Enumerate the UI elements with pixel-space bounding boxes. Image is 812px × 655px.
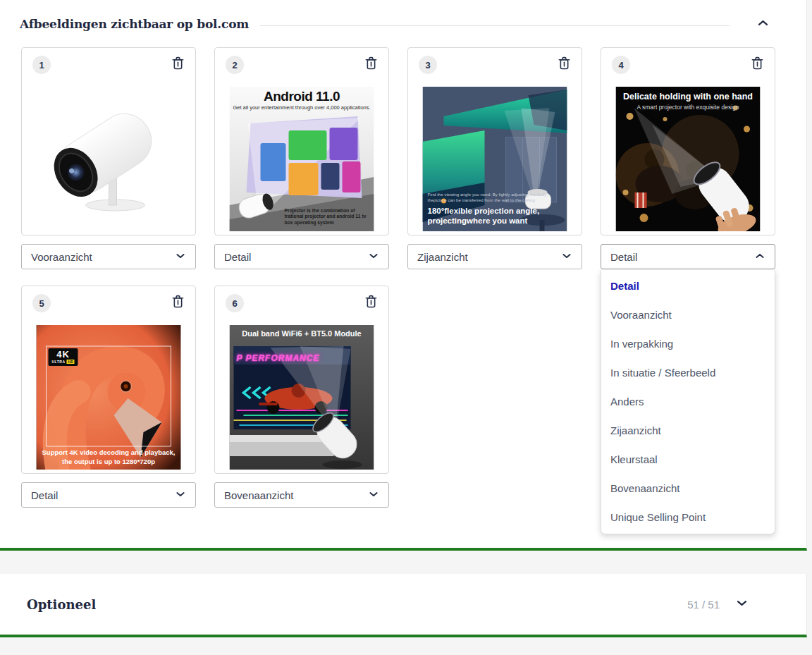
optional-section-right: 51 / 51 bbox=[687, 595, 750, 613]
image-cell-4: 4 bbox=[601, 47, 775, 269]
image-headline: 180°flexible projection angle, projectin… bbox=[428, 207, 540, 226]
product-image-android-detail: Android 11.0 Get all your entertainment … bbox=[230, 87, 374, 231]
chevron-up-icon bbox=[756, 16, 770, 32]
image-subtitle: Get all your entertainment through over … bbox=[230, 104, 374, 111]
image-type-select-2[interactable]: Detail bbox=[214, 244, 389, 269]
image-type-select-4[interactable]: Detail bbox=[601, 244, 775, 269]
image-title: Dual band WiFi6 + BT5.0 Module bbox=[230, 329, 374, 338]
chevron-down-icon bbox=[368, 250, 379, 264]
image-card-2: 2 bbox=[214, 47, 389, 235]
delete-image-button[interactable] bbox=[363, 293, 379, 312]
image-type-select-wrap-3: Zijaanzicht bbox=[407, 244, 582, 269]
position-badge: 5 bbox=[32, 294, 51, 312]
chevron-down-icon bbox=[368, 489, 379, 502]
select-value: Detail bbox=[610, 251, 637, 263]
images-section-panel: Afbeeldingen zichtbaar op bol.com 1 bbox=[0, 0, 807, 551]
menu-option-vooraanzicht[interactable]: Vooraanzicht bbox=[601, 300, 775, 329]
trash-icon bbox=[171, 56, 185, 73]
image-type-select-wrap-2: Detail bbox=[214, 244, 389, 269]
image-cell-3: 3 bbox=[407, 47, 582, 269]
trash-icon bbox=[364, 294, 378, 311]
image-type-select-wrap-5: Detail bbox=[21, 482, 196, 508]
section-header: Afbeeldingen zichtbaar op bol.com bbox=[0, 0, 806, 33]
delete-image-button[interactable] bbox=[170, 293, 186, 312]
image-subtitle: A smart projector with exquisite design bbox=[616, 104, 761, 111]
expand-optional-button[interactable] bbox=[734, 595, 750, 613]
delete-image-button[interactable] bbox=[363, 54, 379, 74]
product-image-handheld-detail: Delicate holding with one hand A smart p… bbox=[616, 87, 761, 231]
product-image-flamingo-4k: 4K ULTRA HD Support 4K video decoding an… bbox=[37, 325, 181, 470]
position-badge: 3 bbox=[419, 56, 437, 74]
position-badge: 2 bbox=[226, 56, 244, 74]
select-value: Detail bbox=[31, 489, 58, 501]
image-type-select-6[interactable]: Bovenaanzicht bbox=[214, 482, 389, 508]
chevron-down-icon bbox=[561, 250, 572, 264]
menu-option-in-verpakking[interactable]: In verpakking bbox=[601, 329, 775, 358]
image-cell-2: 2 bbox=[214, 47, 389, 269]
product-image-wifi-top: Dual band WiFi6 + BT5.0 Module P PERFORM… bbox=[230, 325, 374, 470]
image-type-select-wrap-6: Bovenaanzicht bbox=[214, 482, 389, 508]
chevron-up-icon bbox=[754, 250, 765, 264]
trash-icon bbox=[751, 56, 764, 73]
image-card-6: 6 bbox=[214, 286, 389, 474]
select-value: Zijaanzicht bbox=[417, 251, 468, 263]
header-divider bbox=[260, 25, 730, 26]
optional-section-header: Optioneel 51 / 51 bbox=[0, 574, 807, 637]
menu-option-anders[interactable]: Anders bbox=[601, 387, 775, 416]
4k-badge: 4K ULTRA HD bbox=[49, 348, 78, 366]
select-value: Detail bbox=[224, 251, 251, 263]
image-title: Android 11.0 bbox=[230, 89, 374, 104]
menu-option-zijaanzicht[interactable]: Zijaanzicht bbox=[601, 416, 775, 445]
image-cell-1: 1 bbox=[21, 47, 196, 269]
menu-option-detail[interactable]: Detail bbox=[601, 271, 775, 300]
fields-counter: 51 / 51 bbox=[687, 599, 720, 611]
menu-option-kleurstaal[interactable]: Kleurstaal bbox=[601, 445, 775, 474]
position-badge: 6 bbox=[226, 294, 244, 312]
delete-image-button[interactable] bbox=[170, 54, 186, 74]
delete-image-button[interactable] bbox=[749, 54, 765, 74]
image-type-dropdown-menu: Detail Vooraanzicht In verpakking In sit… bbox=[601, 270, 775, 534]
menu-option-bovenaanzicht[interactable]: Bovenaanzicht bbox=[601, 474, 775, 503]
collapse-section-button[interactable] bbox=[755, 15, 771, 33]
menu-option-unique-selling-point[interactable]: Unique Selling Point bbox=[601, 503, 775, 532]
product-image-projector-front bbox=[37, 87, 181, 231]
image-card-3: 3 bbox=[407, 47, 582, 235]
image-note: Find the viewing angle you need. By ligh… bbox=[428, 192, 548, 203]
image-cell-5: 5 bbox=[21, 286, 196, 508]
menu-option-in-situatie[interactable]: In situatie / Sfeerbeeld bbox=[601, 358, 775, 387]
position-badge: 4 bbox=[612, 56, 630, 74]
section-gap bbox=[0, 551, 812, 574]
image-type-select-1[interactable]: Vooraanzicht bbox=[21, 244, 196, 269]
product-image-aurora-side: Find the viewing angle you need. By ligh… bbox=[423, 87, 567, 231]
chevron-down-icon bbox=[175, 250, 186, 264]
image-type-select-3[interactable]: Zijaanzicht bbox=[407, 244, 582, 269]
image-type-select-5[interactable]: Detail bbox=[21, 482, 196, 508]
trash-icon bbox=[171, 294, 185, 311]
image-screen-text: P PERFORMANCE bbox=[237, 353, 350, 363]
section-title: Afbeeldingen zichtbaar op bol.com bbox=[20, 17, 249, 31]
image-caption: Projector is the combination of trationa… bbox=[285, 208, 371, 226]
chevron-down-icon bbox=[735, 596, 749, 612]
trash-icon bbox=[364, 56, 378, 73]
image-type-select-wrap-1: Vooraanzicht bbox=[21, 244, 196, 269]
image-type-select-wrap-4: Detail Detail Vooraanzicht In verpakking… bbox=[601, 244, 775, 269]
image-title: Delicate holding with one hand bbox=[616, 92, 761, 102]
delete-image-button[interactable] bbox=[556, 54, 572, 74]
image-card-5: 5 bbox=[21, 286, 196, 474]
select-value: Bovenaanzicht bbox=[224, 489, 293, 501]
image-card-1: 1 bbox=[21, 47, 196, 235]
image-cell-6: 6 bbox=[214, 286, 389, 508]
image-cards-grid: 1 bbox=[21, 47, 806, 508]
select-value: Vooraanzicht bbox=[31, 251, 92, 263]
chevron-down-icon bbox=[175, 489, 186, 502]
position-badge: 1 bbox=[32, 56, 51, 74]
trash-icon bbox=[558, 56, 571, 73]
image-caption: Support 4K video decoding and playback, … bbox=[37, 448, 181, 466]
optional-section-title: Optioneel bbox=[27, 597, 96, 612]
image-card-4: 4 bbox=[601, 47, 775, 235]
